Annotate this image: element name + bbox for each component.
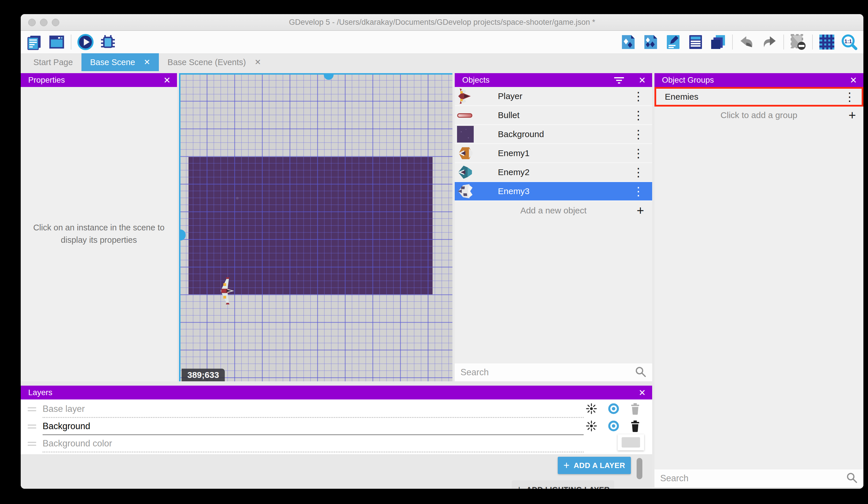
- tab-start-page[interactable]: Start Page: [25, 53, 81, 71]
- drag-handle-icon[interactable]: [28, 424, 36, 429]
- panel-title: Properties: [28, 75, 65, 85]
- svg-text:1:1: 1:1: [844, 39, 852, 44]
- tab-label: Base Scene: [90, 58, 135, 67]
- close-icon[interactable]: ✕: [639, 73, 646, 87]
- group-label: Enemies: [656, 92, 699, 102]
- group-menu-icon[interactable]: ⋮: [844, 92, 855, 101]
- toolbar-left-group: [26, 31, 116, 53]
- toolbar-divider: [71, 34, 71, 50]
- background-color-field[interactable]: Background color: [43, 435, 583, 452]
- object-row-enemy1[interactable]: Enemy1 ⋮: [455, 144, 652, 163]
- gdevelop-window: GDevelop 5 - /Users/dkarakay/Documents/G…: [21, 14, 864, 489]
- object-menu-icon[interactable]: ⋮: [633, 130, 644, 139]
- object-row-bullet[interactable]: Bullet ⋮: [455, 106, 652, 125]
- layer-name-field[interactable]: Base layer: [43, 401, 583, 418]
- object-groups-editor-icon[interactable]: [642, 34, 659, 50]
- layer-effects-icon[interactable]: [585, 420, 598, 433]
- add-object-label: Add a new object: [520, 205, 587, 215]
- close-tab-icon[interactable]: ✕: [255, 58, 261, 67]
- search-icon: [635, 366, 647, 379]
- debugger-bug-icon[interactable]: [100, 34, 116, 50]
- layer-delete-trash-icon[interactable]: [630, 420, 641, 433]
- background-color-swatch[interactable]: [618, 434, 644, 451]
- layer-row-background-color[interactable]: Background color: [21, 435, 652, 452]
- object-menu-icon[interactable]: ⋮: [633, 187, 644, 195]
- close-window-button[interactable]: [28, 19, 36, 26]
- player-instance[interactable]: [217, 277, 237, 306]
- add-lighting-layer-button[interactable]: + ADD LIGHTING LAYER: [512, 480, 614, 489]
- layer-delete-trash-icon[interactable]: [630, 403, 641, 416]
- titlebar: GDevelop 5 - /Users/dkarakay/Documents/G…: [21, 14, 864, 31]
- group-row-enemies[interactable]: Enemies ⋮: [654, 87, 864, 107]
- preview-play-icon[interactable]: [77, 34, 94, 50]
- player-object-icon: [455, 88, 498, 104]
- objects-panel-header: Objects ✕: [455, 73, 652, 87]
- object-label: Background: [498, 129, 544, 139]
- layer-effects-icon[interactable]: [585, 403, 598, 416]
- close-tab-icon[interactable]: ✕: [144, 58, 150, 67]
- layer-row-background[interactable]: Background: [21, 418, 652, 435]
- toolbar-divider: [732, 34, 733, 50]
- drag-handle-icon[interactable]: [28, 442, 36, 446]
- panel-title: Layers: [28, 388, 52, 397]
- layer-visibility-eye-icon[interactable]: [607, 420, 620, 433]
- scene-canvas[interactable]: 389;633: [179, 73, 452, 381]
- filter-icon[interactable]: [613, 76, 624, 86]
- search-icon: [846, 472, 858, 485]
- grid-icon[interactable]: [818, 34, 835, 50]
- layers-panel-header: Layers ✕: [21, 386, 652, 400]
- maximize-window-button[interactable]: [52, 19, 59, 26]
- layer-row-base[interactable]: Base layer: [21, 401, 652, 418]
- tab-base-scene-events[interactable]: Base Scene (Events) ✕: [159, 53, 270, 71]
- add-layer-button[interactable]: + ADD A LAYER: [558, 457, 631, 474]
- screenshot-stage: GDevelop 5 - /Users/dkarakay/Documents/G…: [0, 0, 868, 504]
- instances-list-icon[interactable]: [687, 34, 704, 50]
- toolbar-divider: [783, 34, 784, 50]
- add-object-row[interactable]: Add a new object +: [455, 201, 652, 220]
- project-manager-icon[interactable]: [26, 34, 43, 50]
- layer-visibility-eye-icon[interactable]: [607, 402, 620, 416]
- zoom-1-1-icon[interactable]: 1:1: [841, 34, 858, 50]
- selection-handle-top[interactable]: [324, 74, 333, 80]
- plus-icon: +: [516, 484, 523, 489]
- groups-search-input[interactable]: [660, 473, 846, 484]
- redo-icon[interactable]: [761, 34, 778, 50]
- undo-icon[interactable]: [738, 34, 755, 50]
- objects-editor-icon[interactable]: [620, 34, 637, 50]
- object-row-player[interactable]: Player ⋮: [455, 87, 652, 106]
- object-label: Player: [498, 91, 523, 101]
- cursor-coordinates-badge: 389;633: [182, 369, 225, 381]
- tab-base-scene[interactable]: Base Scene ✕: [81, 53, 159, 71]
- plus-icon[interactable]: +: [637, 203, 644, 218]
- selection-edge-left: [179, 73, 180, 381]
- object-row-enemy3[interactable]: Enemy3 ⋮: [455, 182, 652, 201]
- window-title: GDevelop 5 - /Users/dkarakay/Documents/G…: [289, 18, 595, 27]
- object-row-enemy2[interactable]: Enemy2 ⋮: [455, 163, 652, 182]
- close-icon[interactable]: ✕: [164, 73, 170, 87]
- object-menu-icon[interactable]: ⋮: [633, 92, 644, 101]
- start-page-icon[interactable]: [48, 34, 65, 50]
- layer-name-field[interactable]: Background: [43, 418, 583, 435]
- objects-search-input[interactable]: [461, 367, 635, 377]
- selection-handle-left[interactable]: [180, 230, 186, 241]
- close-icon[interactable]: ✕: [639, 386, 646, 400]
- add-group-row[interactable]: Click to add a group +: [654, 107, 864, 124]
- plus-icon[interactable]: +: [848, 108, 856, 122]
- objects-panel: Objects ✕: [455, 73, 652, 381]
- minimize-window-button[interactable]: [40, 19, 48, 26]
- bullet-object-icon: [455, 107, 498, 123]
- object-menu-icon[interactable]: ⋮: [633, 111, 644, 120]
- layers-editor-icon[interactable]: [710, 34, 726, 50]
- groups-search-bar: [654, 470, 864, 487]
- object-menu-icon[interactable]: ⋮: [633, 149, 644, 158]
- object-menu-icon[interactable]: ⋮: [633, 168, 644, 177]
- enemy1-object-icon: [455, 145, 498, 162]
- drag-handle-icon[interactable]: [28, 407, 36, 411]
- close-icon[interactable]: ✕: [850, 73, 857, 87]
- panel-title: Object Groups: [662, 75, 714, 85]
- background-instance[interactable]: [188, 157, 433, 294]
- edit-scene-icon[interactable]: [665, 34, 682, 50]
- layers-scrollbar-thumb[interactable]: [637, 458, 642, 479]
- window-mask-icon[interactable]: [790, 34, 806, 50]
- object-row-background[interactable]: Background ⋮: [455, 125, 652, 144]
